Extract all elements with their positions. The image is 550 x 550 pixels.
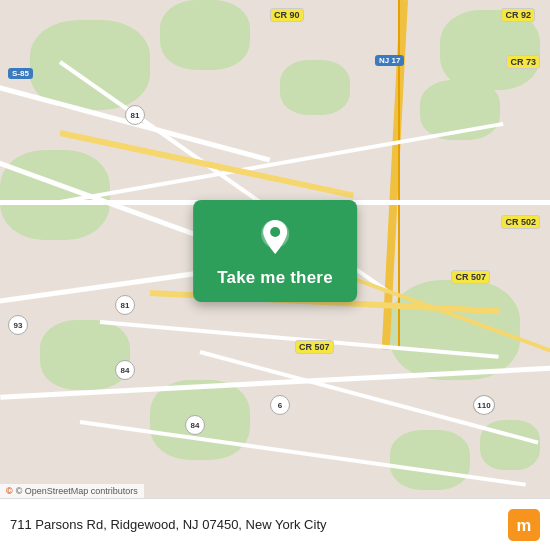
- label-cr92: CR 92: [501, 8, 535, 22]
- label-cr73: CR 73: [506, 55, 540, 69]
- label-cr90: CR 90: [270, 8, 304, 22]
- label-cr507a: CR 507: [451, 270, 490, 284]
- green-area: [440, 10, 540, 90]
- label-cr502: CR 502: [501, 215, 540, 229]
- green-area: [160, 0, 250, 70]
- svg-point-1: [270, 227, 280, 237]
- osm-credit: © © OpenStreetMap contributors: [0, 484, 144, 498]
- take-me-there-button[interactable]: Take me there: [193, 200, 357, 302]
- info-bar: 711 Parsons Rd, Ridgewood, NJ 07450, New…: [0, 498, 550, 550]
- moovit-logo: m: [508, 509, 540, 541]
- svg-text:m: m: [517, 515, 532, 534]
- label-110: 110: [473, 395, 495, 415]
- label-nj17: NJ 17: [375, 55, 404, 66]
- address-text: 711 Parsons Rd, Ridgewood, NJ 07450, New…: [10, 517, 327, 532]
- map-container: CR 90 CR 92 S-85 81 NJ 17 CR 73 81 CR 50…: [0, 0, 550, 550]
- green-area: [30, 20, 150, 110]
- green-area: [390, 430, 470, 490]
- take-me-there-label: Take me there: [217, 268, 333, 288]
- copyright-symbol: ©: [6, 486, 13, 496]
- green-area: [280, 60, 350, 115]
- label-cr507b: CR 507: [295, 340, 334, 354]
- label-93: 93: [8, 315, 28, 335]
- green-area: [40, 320, 130, 390]
- label-81b: 81: [115, 295, 135, 315]
- info-left: 711 Parsons Rd, Ridgewood, NJ 07450, New…: [10, 517, 508, 532]
- label-s85: S-85: [8, 68, 33, 79]
- label-81a: 81: [125, 105, 145, 125]
- osm-text: © OpenStreetMap contributors: [16, 486, 138, 496]
- road: [60, 122, 504, 204]
- label-84b: 84: [185, 415, 205, 435]
- label-6: 6: [270, 395, 290, 415]
- label-84a: 84: [115, 360, 135, 380]
- moovit-icon: m: [508, 509, 540, 541]
- pin-icon: [253, 216, 297, 260]
